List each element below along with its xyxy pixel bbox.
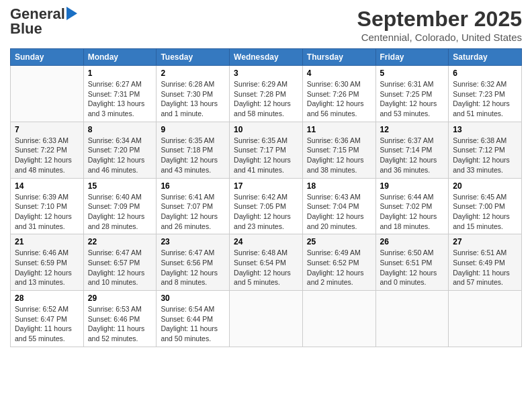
day-number: 22: [88, 237, 152, 246]
calendar-cell: [11, 66, 84, 122]
calendar-week-4: 21Sunrise: 6:46 AM Sunset: 6:59 PM Dayli…: [11, 234, 522, 291]
calendar-cell: [449, 291, 522, 347]
calendar-cell: 9Sunrise: 6:35 AM Sunset: 7:18 PM Daylig…: [157, 122, 230, 178]
day-info: Sunrise: 6:37 AM Sunset: 7:14 PM Dayligh…: [380, 136, 445, 175]
calendar-cell: [230, 291, 303, 347]
day-number: 25: [307, 237, 371, 246]
day-info: Sunrise: 6:48 AM Sunset: 6:54 PM Dayligh…: [234, 248, 298, 287]
day-info: Sunrise: 6:29 AM Sunset: 7:28 PM Dayligh…: [234, 79, 298, 119]
calendar-cell: 6Sunrise: 6:32 AM Sunset: 7:23 PM Daylig…: [449, 66, 522, 122]
calendar-week-3: 14Sunrise: 6:39 AM Sunset: 7:10 PM Dayli…: [11, 178, 522, 234]
weekday-header-monday: Monday: [83, 49, 157, 66]
calendar-table: SundayMondayTuesdayWednesdayThursdayFrid…: [10, 48, 522, 347]
day-number: 5: [380, 68, 445, 78]
day-number: 24: [234, 237, 298, 246]
day-info: Sunrise: 6:47 AM Sunset: 6:57 PM Dayligh…: [88, 248, 152, 287]
day-number: 18: [307, 181, 371, 191]
calendar-cell: 11Sunrise: 6:36 AM Sunset: 7:15 PM Dayli…: [302, 122, 375, 178]
day-info: Sunrise: 6:52 AM Sunset: 6:47 PM Dayligh…: [15, 304, 79, 344]
page-title: September 2025: [357, 7, 522, 32]
calendar-week-2: 7Sunrise: 6:33 AM Sunset: 7:22 PM Daylig…: [11, 122, 522, 178]
logo: General Blue: [10, 7, 77, 36]
weekday-header-row: SundayMondayTuesdayWednesdayThursdayFrid…: [11, 49, 522, 66]
day-info: Sunrise: 6:45 AM Sunset: 7:00 PM Dayligh…: [453, 192, 517, 232]
weekday-header-wednesday: Wednesday: [230, 49, 303, 66]
day-info: Sunrise: 6:43 AM Sunset: 7:04 PM Dayligh…: [307, 192, 371, 232]
weekday-header-thursday: Thursday: [302, 49, 375, 66]
day-info: Sunrise: 6:39 AM Sunset: 7:10 PM Dayligh…: [15, 192, 79, 232]
day-number: 30: [161, 293, 225, 303]
day-number: 4: [307, 68, 371, 78]
calendar-cell: [375, 291, 449, 347]
day-info: Sunrise: 6:42 AM Sunset: 7:05 PM Dayligh…: [234, 192, 298, 232]
weekday-header-saturday: Saturday: [449, 49, 522, 66]
calendar-cell: 13Sunrise: 6:38 AM Sunset: 7:12 PM Dayli…: [449, 122, 522, 178]
calendar-cell: 16Sunrise: 6:41 AM Sunset: 7:07 PM Dayli…: [157, 178, 230, 234]
day-info: Sunrise: 6:36 AM Sunset: 7:15 PM Dayligh…: [307, 136, 371, 175]
calendar-cell: 21Sunrise: 6:46 AM Sunset: 6:59 PM Dayli…: [11, 234, 84, 291]
day-info: Sunrise: 6:49 AM Sunset: 6:52 PM Dayligh…: [307, 248, 371, 287]
day-number: 20: [453, 181, 517, 191]
calendar-cell: 29Sunrise: 6:53 AM Sunset: 6:46 PM Dayli…: [83, 291, 157, 347]
day-info: Sunrise: 6:51 AM Sunset: 6:49 PM Dayligh…: [453, 248, 517, 287]
calendar-body: 1Sunrise: 6:27 AM Sunset: 7:31 PM Daylig…: [11, 66, 522, 347]
day-number: 14: [15, 181, 79, 191]
day-number: 17: [234, 181, 298, 191]
day-info: Sunrise: 6:31 AM Sunset: 7:25 PM Dayligh…: [380, 79, 445, 119]
calendar-cell: 17Sunrise: 6:42 AM Sunset: 7:05 PM Dayli…: [230, 178, 303, 234]
day-info: Sunrise: 6:28 AM Sunset: 7:30 PM Dayligh…: [161, 79, 225, 119]
day-number: 15: [88, 181, 152, 191]
day-info: Sunrise: 6:46 AM Sunset: 6:59 PM Dayligh…: [15, 248, 79, 287]
day-number: 6: [453, 68, 517, 78]
day-number: 26: [380, 237, 445, 246]
weekday-header-friday: Friday: [375, 49, 449, 66]
calendar-cell: 22Sunrise: 6:47 AM Sunset: 6:57 PM Dayli…: [83, 234, 157, 291]
day-number: 27: [453, 237, 517, 246]
calendar-cell: 19Sunrise: 6:44 AM Sunset: 7:02 PM Dayli…: [375, 178, 449, 234]
calendar-cell: 25Sunrise: 6:49 AM Sunset: 6:52 PM Dayli…: [302, 234, 375, 291]
calendar-cell: 12Sunrise: 6:37 AM Sunset: 7:14 PM Dayli…: [375, 122, 449, 178]
day-number: 7: [15, 125, 79, 134]
day-info: Sunrise: 6:53 AM Sunset: 6:46 PM Dayligh…: [88, 304, 152, 344]
day-number: 29: [88, 293, 152, 303]
day-info: Sunrise: 6:35 AM Sunset: 7:17 PM Dayligh…: [234, 136, 298, 175]
weekday-header-sunday: Sunday: [11, 49, 84, 66]
calendar-cell: 8Sunrise: 6:34 AM Sunset: 7:20 PM Daylig…: [83, 122, 157, 178]
logo-arrow-icon: [66, 7, 77, 20]
calendar-cell: 7Sunrise: 6:33 AM Sunset: 7:22 PM Daylig…: [11, 122, 84, 178]
day-info: Sunrise: 6:34 AM Sunset: 7:20 PM Dayligh…: [88, 136, 152, 175]
calendar-header: SundayMondayTuesdayWednesdayThursdayFrid…: [11, 49, 522, 66]
calendar-cell: 23Sunrise: 6:47 AM Sunset: 6:56 PM Dayli…: [157, 234, 230, 291]
calendar-cell: 20Sunrise: 6:45 AM Sunset: 7:00 PM Dayli…: [449, 178, 522, 234]
day-info: Sunrise: 6:50 AM Sunset: 6:51 PM Dayligh…: [380, 248, 445, 287]
calendar-cell: 30Sunrise: 6:54 AM Sunset: 6:44 PM Dayli…: [157, 291, 230, 347]
day-number: 2: [161, 68, 225, 78]
day-number: 16: [161, 181, 225, 191]
day-number: 13: [453, 125, 517, 134]
day-number: 23: [161, 237, 225, 246]
weekday-header-tuesday: Tuesday: [157, 49, 230, 66]
day-number: 21: [15, 237, 79, 246]
day-number: 12: [380, 125, 445, 134]
calendar-cell: 28Sunrise: 6:52 AM Sunset: 6:47 PM Dayli…: [11, 291, 84, 347]
logo-text-general: General: [10, 7, 65, 21]
day-info: Sunrise: 6:30 AM Sunset: 7:26 PM Dayligh…: [307, 79, 371, 119]
calendar-cell: 27Sunrise: 6:51 AM Sunset: 6:49 PM Dayli…: [449, 234, 522, 291]
calendar-cell: 3Sunrise: 6:29 AM Sunset: 7:28 PM Daylig…: [230, 66, 303, 122]
day-number: 3: [234, 68, 298, 78]
page-subtitle: Centennial, Colorado, United States: [357, 32, 522, 43]
day-number: 8: [88, 125, 152, 134]
calendar-cell: 10Sunrise: 6:35 AM Sunset: 7:17 PM Dayli…: [230, 122, 303, 178]
calendar-cell: 18Sunrise: 6:43 AM Sunset: 7:04 PM Dayli…: [302, 178, 375, 234]
calendar-cell: 14Sunrise: 6:39 AM Sunset: 7:10 PM Dayli…: [11, 178, 84, 234]
day-info: Sunrise: 6:47 AM Sunset: 6:56 PM Dayligh…: [161, 248, 225, 287]
page-header: General Blue September 2025 Centennial, …: [10, 7, 522, 43]
calendar-week-1: 1Sunrise: 6:27 AM Sunset: 7:31 PM Daylig…: [11, 66, 522, 122]
calendar-cell: 5Sunrise: 6:31 AM Sunset: 7:25 PM Daylig…: [375, 66, 449, 122]
day-number: 10: [234, 125, 298, 134]
day-info: Sunrise: 6:33 AM Sunset: 7:22 PM Dayligh…: [15, 136, 79, 175]
day-number: 9: [161, 125, 225, 134]
day-info: Sunrise: 6:27 AM Sunset: 7:31 PM Dayligh…: [88, 79, 152, 119]
calendar-cell: 26Sunrise: 6:50 AM Sunset: 6:51 PM Dayli…: [375, 234, 449, 291]
calendar-week-5: 28Sunrise: 6:52 AM Sunset: 6:47 PM Dayli…: [11, 291, 522, 347]
